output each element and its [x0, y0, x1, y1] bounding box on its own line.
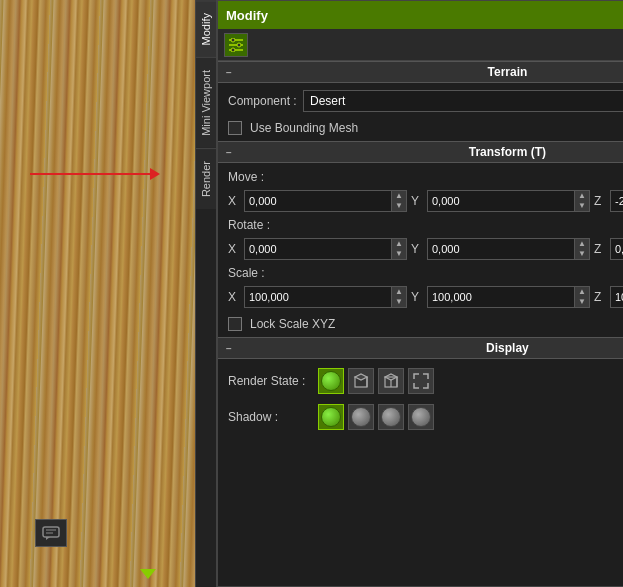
bounding-mesh-row: Use Bounding Mesh: [218, 115, 623, 141]
rotate-y-down-button[interactable]: ▼: [575, 249, 589, 259]
chat-icon[interactable]: [35, 519, 67, 547]
scale-x-spinbox: ▲ ▼: [244, 286, 407, 308]
rotate-x-spinbox-buttons: ▲ ▼: [391, 238, 407, 260]
rotate-xyz-group: X ▲ ▼ Y ▲ ▼: [228, 238, 623, 260]
scale-y-spinbox-buttons: ▲ ▼: [574, 286, 590, 308]
rotate-y-label: Y: [411, 242, 423, 256]
transform-section-header: − Transform (T): [218, 141, 623, 163]
bounding-mesh-checkbox[interactable]: [228, 121, 242, 135]
move-x-down-button[interactable]: ▼: [392, 201, 406, 211]
red-arrow: [30, 168, 160, 180]
component-label: Component :: [228, 94, 303, 108]
move-x-spinbox-buttons: ▲ ▼: [391, 190, 407, 212]
panel-toolbar: [218, 29, 623, 61]
lock-scale-checkbox[interactable]: [228, 317, 242, 331]
render-state-expand-button[interactable]: [408, 368, 434, 394]
svg-rect-0: [43, 527, 59, 537]
rotate-y-up-button[interactable]: ▲: [575, 239, 589, 249]
move-z-input[interactable]: [610, 190, 623, 212]
rotate-x-spinbox: ▲ ▼: [244, 238, 407, 260]
display-section-title: Display: [240, 341, 623, 355]
shadow-icon-1-button[interactable]: [318, 404, 344, 430]
transform-section-title: Transform (T): [240, 145, 623, 159]
sphere-green-icon: [321, 371, 341, 391]
move-xyz-group: X ▲ ▼ Y ▲ ▼: [228, 190, 623, 212]
move-x-up-button[interactable]: ▲: [392, 191, 406, 201]
move-x-spinbox: ▲ ▼: [244, 190, 407, 212]
transform-collapse-icon[interactable]: −: [226, 147, 232, 158]
scale-y-input[interactable]: [427, 286, 574, 308]
rotate-x-down-button[interactable]: ▼: [392, 249, 406, 259]
scale-z-input[interactable]: [610, 286, 623, 308]
terrain-section-title: Terrain: [240, 65, 623, 79]
scale-z-label: Z: [594, 290, 606, 304]
panel-title: Modify: [226, 8, 268, 23]
move-y-down-button[interactable]: ▼: [575, 201, 589, 211]
rotate-y-spinbox: ▲ ▼: [427, 238, 590, 260]
wood-texture: [0, 0, 195, 587]
move-x-label: X: [228, 194, 240, 208]
move-z-label: Z: [594, 194, 606, 208]
rotate-values-row: X ▲ ▼ Y ▲ ▼: [218, 235, 623, 263]
display-section-header: − Display: [218, 337, 623, 359]
shadow-icons: [318, 404, 434, 430]
tab-render[interactable]: Render: [196, 148, 216, 209]
svg-point-9: [231, 48, 235, 52]
bottom-arrow-indicator: [140, 569, 156, 579]
scale-x-down-button[interactable]: ▼: [392, 297, 406, 307]
toolbar-settings-icon[interactable]: [224, 33, 248, 57]
move-label: Move :: [228, 170, 283, 184]
shadow-row: Shadow :: [218, 399, 623, 435]
scale-z-spinbox: ▲ ▼: [610, 286, 623, 308]
move-y-up-button[interactable]: ▲: [575, 191, 589, 201]
shadow-icon-3-button[interactable]: [378, 404, 404, 430]
scale-values-row: X ▲ ▼ Y ▲ ▼: [218, 283, 623, 311]
scale-y-up-button[interactable]: ▲: [575, 287, 589, 297]
move-y-spinbox: ▲ ▼: [427, 190, 590, 212]
scale-x-up-button[interactable]: ▲: [392, 287, 406, 297]
move-y-input[interactable]: [427, 190, 574, 212]
display-collapse-icon[interactable]: −: [226, 343, 232, 354]
scale-y-spinbox: ▲ ▼: [427, 286, 590, 308]
arrow-line: [30, 173, 150, 175]
scale-y-down-button[interactable]: ▼: [575, 297, 589, 307]
rotate-label-row: Rotate :: [218, 215, 623, 235]
scale-label: Scale :: [228, 266, 283, 280]
scale-xyz-group: X ▲ ▼ Y ▲ ▼: [228, 286, 623, 308]
tab-modify[interactable]: Modify: [196, 0, 216, 57]
shadow-sphere-gray-3-icon: [411, 407, 431, 427]
shadow-icon-2-button[interactable]: [348, 404, 374, 430]
shadow-sphere-green-icon: [321, 407, 341, 427]
rotate-z-input[interactable]: [610, 238, 623, 260]
move-x-input[interactable]: [244, 190, 391, 212]
render-state-wire-button[interactable]: [378, 368, 404, 394]
render-state-sphere-button[interactable]: [318, 368, 344, 394]
component-row: Component :: [218, 87, 623, 115]
tab-mini-viewport[interactable]: Mini Viewport: [196, 57, 216, 148]
rotate-x-up-button[interactable]: ▲: [392, 239, 406, 249]
render-state-icons: [318, 368, 434, 394]
terrain-collapse-icon[interactable]: −: [226, 67, 232, 78]
rotate-x-input[interactable]: [244, 238, 391, 260]
move-z-spinbox: ▲ ▼: [610, 190, 623, 212]
scale-x-spinbox-buttons: ▲ ▼: [391, 286, 407, 308]
component-input[interactable]: [303, 90, 623, 112]
arrow-head: [150, 168, 160, 180]
move-label-row: Move :: [218, 167, 623, 187]
viewport-area: [0, 0, 195, 587]
svg-point-7: [231, 38, 235, 42]
shadow-icon-4-button[interactable]: [408, 404, 434, 430]
rotate-label: Rotate :: [228, 218, 283, 232]
lock-scale-label: Lock Scale XYZ: [250, 317, 335, 331]
svg-point-8: [237, 43, 241, 47]
render-state-row: Render State :: [218, 363, 623, 399]
shadow-label: Shadow :: [228, 410, 318, 424]
move-y-label: Y: [411, 194, 423, 208]
rotate-y-input[interactable]: [427, 238, 574, 260]
vertical-tabs: Modify Mini Viewport Render: [195, 0, 217, 587]
lock-scale-row: Lock Scale XYZ: [218, 311, 623, 337]
rotate-x-label: X: [228, 242, 240, 256]
render-state-cube-button[interactable]: [348, 368, 374, 394]
shadow-sphere-gray-1-icon: [351, 407, 371, 427]
scale-x-input[interactable]: [244, 286, 391, 308]
